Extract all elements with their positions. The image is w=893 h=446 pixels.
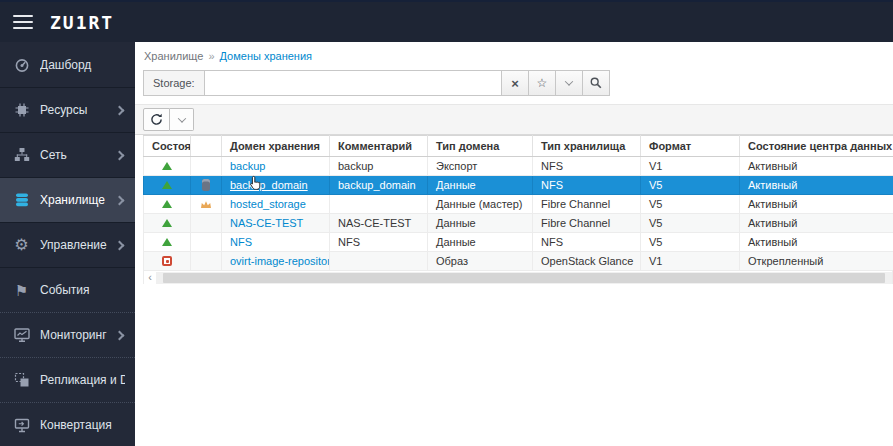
cell-domain-type: Экспорт: [428, 157, 533, 176]
cell-storage-type: NFS: [533, 233, 641, 252]
search-submit-button[interactable]: [583, 70, 610, 96]
monitoring-icon: [13, 327, 30, 344]
cell-domain-type: Данные (мастер): [428, 195, 533, 214]
table-header-домен-хранения[interactable]: Домен хранения: [222, 136, 330, 157]
status-up-icon: [162, 219, 172, 227]
table-header-состоя[interactable]: Состоя: [144, 136, 191, 157]
cell-dc-status: Активный: [740, 195, 893, 214]
table-header-row: СостояДомен храненияКомментарийТип домен…: [144, 136, 893, 157]
sidebar-item-dashboard[interactable]: Дашборд: [0, 42, 135, 87]
conversion-icon: [13, 417, 30, 434]
cell-comment: NAS-CE-TEST: [330, 214, 428, 233]
storage-icon: [13, 192, 30, 209]
table-header-flag[interactable]: [191, 136, 222, 157]
domain-name-link[interactable]: hosted_storage: [230, 198, 306, 210]
chevron-right-icon: [115, 105, 125, 115]
cell-storage-type: OpenStack Glance: [533, 252, 641, 271]
events-icon: ⚑: [13, 282, 30, 299]
refresh-button[interactable]: [143, 108, 170, 131]
table-toolbar: [135, 104, 893, 135]
domain-name-link[interactable]: backup: [230, 160, 265, 172]
sidebar-item-label: Сеть: [40, 148, 116, 162]
status-up-icon: [162, 238, 172, 246]
zvirt-logo[interactable]: ZU1RT: [50, 12, 114, 33]
magnifier-icon: [590, 77, 602, 89]
cell-storage-type: NFS: [533, 157, 641, 176]
breadcrumb-storage[interactable]: Хранилище: [144, 50, 203, 62]
sidebar-item-label: Дашборд: [40, 58, 125, 72]
table-row[interactable]: NAS-CE-TESTNAS-CE-TESTДанныеFibre Channe…: [144, 214, 893, 233]
search-scope-label: Storage:: [143, 70, 204, 96]
cell-dc-status: Активный: [740, 176, 893, 195]
search-input[interactable]: [204, 70, 502, 96]
table-row[interactable]: backupbackupЭкспортNFSV1Активный: [144, 157, 893, 176]
search-clear-button[interactable]: ×: [502, 70, 529, 96]
chevron-right-icon: [115, 330, 125, 340]
table-header-формат[interactable]: Формат: [641, 136, 740, 157]
sidebar-item-events[interactable]: ⚑События: [0, 267, 135, 312]
table-row[interactable]: NFSNFSДанныеNFSV5Активный: [144, 233, 893, 252]
table-row[interactable]: backup_domainbackup_domainДанныеNFSV5Акт…: [144, 176, 893, 195]
sidebar: ДашбордРесурсыСетьХранилище⚙Управление⚑С…: [0, 42, 135, 446]
sidebar-item-label: Хранилище: [40, 193, 116, 207]
cell-domain-type: Данные: [428, 214, 533, 233]
management-icon: ⚙: [13, 237, 30, 254]
status-up-icon: [162, 162, 172, 170]
sidebar-item-management[interactable]: ⚙Управление: [0, 222, 135, 267]
cell-format: V5: [641, 233, 740, 252]
sidebar-item-label: Мониторинг: [40, 328, 116, 342]
cell-format: V5: [641, 176, 740, 195]
sidebar-item-storage[interactable]: Хранилище: [0, 177, 135, 222]
cell-dc-status: Активный: [740, 157, 893, 176]
storage-domains-table: СостояДомен храненияКомментарийТип домен…: [143, 135, 893, 271]
table-row[interactable]: hosted_storageДанные (мастер)Fibre Chann…: [144, 195, 893, 214]
chevron-down-icon: [177, 114, 185, 122]
cell-domain-type: Данные: [428, 233, 533, 252]
sidebar-item-conversion[interactable]: Конвертация: [0, 402, 135, 446]
table-row[interactable]: ovirt-image-repositoryОбразOpenStack Gla…: [144, 252, 893, 271]
domain-name-link[interactable]: backup_domain: [230, 179, 308, 191]
cell-format: V5: [641, 195, 740, 214]
refresh-options-button[interactable]: [170, 108, 194, 131]
scrollbar-thumb[interactable]: [163, 273, 884, 283]
sidebar-item-label: Ресурсы: [40, 103, 116, 117]
refresh-icon: [150, 113, 163, 126]
cell-dc-status: Активный: [740, 214, 893, 233]
sidebar-item-network[interactable]: Сеть: [0, 132, 135, 177]
cell-storage-type: Fibre Channel: [533, 195, 641, 214]
cell-comment: [330, 195, 428, 214]
sidebar-item-replication[interactable]: Репликация и DR: [0, 357, 135, 402]
chevron-down-icon: [565, 77, 573, 85]
table-header-тип-домена[interactable]: Тип домена: [428, 136, 533, 157]
status-detached-icon: [162, 256, 172, 266]
status-up-icon: [162, 200, 172, 208]
sidebar-item-monitoring[interactable]: Мониторинг: [0, 312, 135, 357]
table-header-состояние-центра-данных[interactable]: Состояние центра данных: [740, 136, 893, 157]
chevron-right-icon: [115, 195, 125, 205]
domain-name-link[interactable]: NAS-CE-TEST: [230, 217, 303, 229]
scrollbar-track[interactable]: [156, 272, 892, 284]
domain-name-link[interactable]: ovirt-image-repository: [230, 255, 330, 267]
search-favorite-button[interactable]: ☆: [529, 70, 556, 96]
sidebar-item-resources[interactable]: Ресурсы: [0, 87, 135, 132]
cell-domain-type: Данные: [428, 176, 533, 195]
backup-flag-icon: [202, 179, 210, 191]
replication-icon: [13, 372, 30, 389]
search-dropdown-button[interactable]: [556, 70, 583, 96]
sidebar-item-label: События: [40, 283, 125, 297]
domain-name-link[interactable]: NFS: [230, 236, 252, 248]
dashboard-icon: [13, 56, 30, 73]
table-header-тип-хранилища[interactable]: Тип хранилища: [533, 136, 641, 157]
cell-comment: backup_domain: [330, 176, 428, 195]
sidebar-item-label: Репликация и DR: [40, 373, 125, 387]
cell-domain-type: Образ: [428, 252, 533, 271]
chevron-right-icon: [115, 150, 125, 160]
hamburger-menu-icon[interactable]: [13, 15, 33, 29]
sidebar-item-label: Управление: [40, 238, 116, 252]
scroll-left-arrow[interactable]: ‹: [144, 272, 156, 283]
master-crown-icon: [193, 200, 219, 209]
cell-dc-status: Активный: [740, 233, 893, 252]
star-icon: ☆: [537, 76, 548, 90]
breadcrumb-storage-domains-link[interactable]: Домены хранения: [220, 50, 313, 62]
table-header-комментарий[interactable]: Комментарий: [330, 136, 428, 157]
